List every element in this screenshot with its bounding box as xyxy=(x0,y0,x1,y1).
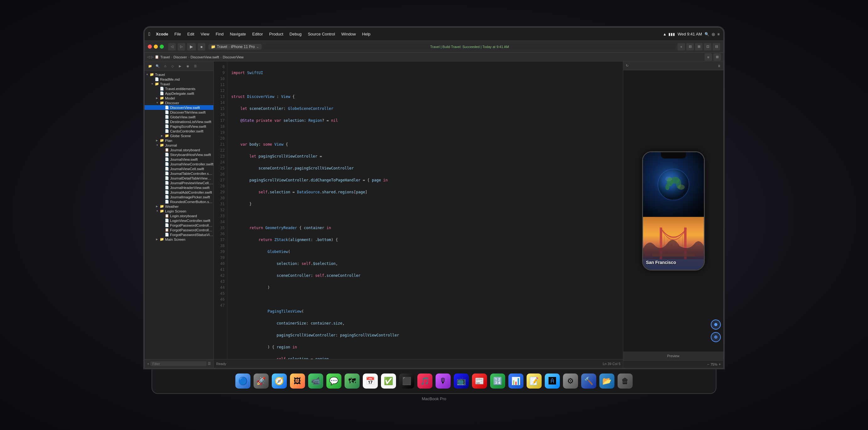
tree-model[interactable]: ▶ 📁 Model xyxy=(145,96,213,100)
dock-keynote[interactable]: 📊 xyxy=(508,373,523,389)
forward-button[interactable]: ▷ xyxy=(178,43,185,51)
code-content[interactable]: import SwiftUI struct DiscoverView : Vie… xyxy=(227,62,623,359)
editor-layout-btn-1[interactable]: ≡ xyxy=(705,53,712,61)
preview-pin-button[interactable] xyxy=(711,332,721,342)
breadcrumb-file[interactable]: DiscoverView.swift xyxy=(190,55,219,59)
preview-refresh[interactable]: ↻ xyxy=(626,64,628,68)
nav-tab-tests[interactable]: ◇ xyxy=(169,63,176,69)
nav-tab-issues[interactable]: ⚠ xyxy=(162,63,168,69)
tree-plan[interactable]: ▶ 📁 Plan xyxy=(145,138,213,143)
nav-tab-debug[interactable]: ▶ xyxy=(177,63,184,69)
menu-help[interactable]: Help xyxy=(360,31,373,37)
menu-window[interactable]: Window xyxy=(339,31,359,37)
tree-globescene[interactable]: ▶ 📁 Globe Scene xyxy=(145,133,213,138)
breadcrumb-symbol[interactable]: DiscoverView xyxy=(223,55,244,59)
search-icon[interactable]: 🔍 xyxy=(705,32,709,36)
dock-finder[interactable]: 🔵 xyxy=(235,373,250,389)
tree-weather[interactable]: ▶ 📁 Weather xyxy=(145,204,213,209)
dock-folder[interactable]: 📂 xyxy=(599,373,615,389)
menu-editor[interactable]: Editor xyxy=(250,31,266,37)
menu-find[interactable]: Find xyxy=(213,31,226,37)
tree-roundedcorner[interactable]: 📄 RoundedCornerButton.swift xyxy=(145,199,213,204)
preview-pause[interactable]: ⏸ xyxy=(717,64,721,68)
dock-tv[interactable]: 📺 xyxy=(454,373,469,389)
tree-travel[interactable]: ▼ 📁 Travel xyxy=(145,82,213,86)
control-center-icon[interactable]: ≡ xyxy=(717,32,719,36)
tree-journaladd[interactable]: 📄 JournalAddController.swift xyxy=(145,190,213,194)
tree-pagingscroll[interactable]: 📄 PagingScrollView.swift xyxy=(145,124,213,129)
breadcrumb-travel[interactable]: Travel xyxy=(160,55,170,59)
filter-input[interactable] xyxy=(150,361,207,366)
tree-mainscreen[interactable]: ▶ 📁 Main Screen xyxy=(145,237,213,242)
filter-options[interactable]: ☰ xyxy=(208,362,211,366)
tree-destinationslist[interactable]: 📄 DestinationsListView.swift xyxy=(145,119,213,124)
tree-globeview[interactable]: 📄 GlobeView.swift xyxy=(145,115,213,119)
dock-appstore[interactable]: 🅰 xyxy=(545,373,560,389)
dock-calendar[interactable]: 📅 xyxy=(363,373,378,389)
dock-news[interactable]: 📰 xyxy=(472,373,487,389)
tree-readme[interactable]: 📄 ReadMe.md xyxy=(145,77,213,82)
minimize-button[interactable] xyxy=(154,44,158,49)
tree-appdelegate[interactable]: 📄 AppDelegate.swift xyxy=(145,91,213,96)
dock-safari[interactable]: 🧭 xyxy=(272,373,287,389)
tree-storyboardhost[interactable]: 📄 StoryboardHostView.swift xyxy=(145,152,213,157)
menu-file[interactable]: File xyxy=(172,31,184,37)
layout-btn-1[interactable]: ⊟ xyxy=(686,43,694,51)
dock-reminders[interactable]: ✅ xyxy=(381,373,396,389)
tree-discover[interactable]: ▼ 📁 Discover xyxy=(145,100,213,105)
tree-journalcell[interactable]: 📄 JournalViewCell.swift xyxy=(145,166,213,171)
close-button[interactable] xyxy=(148,44,152,49)
back-button[interactable]: ◁ xyxy=(168,43,176,51)
tree-cardscontroller[interactable]: 📄 CardsController.swift xyxy=(145,129,213,133)
menu-xcode[interactable]: Xcode xyxy=(153,31,171,37)
tree-entitlements[interactable]: 📄 Travel.entitlements xyxy=(145,86,213,91)
nav-tab-breakpoints[interactable]: ◉ xyxy=(184,63,191,69)
tree-discoverview[interactable]: 📄 DiscoverView.swift xyxy=(145,105,213,110)
nav-next[interactable]: ▷ xyxy=(151,55,153,59)
menu-source-control[interactable]: Source Control xyxy=(305,31,338,37)
layout-btn-2[interactable]: ⊞ xyxy=(695,43,703,51)
menu-edit[interactable]: Edit xyxy=(185,31,197,37)
dock-trash[interactable]: 🗑 xyxy=(618,373,633,389)
run-button[interactable]: ▶ xyxy=(187,43,196,51)
tree-discovertileview[interactable]: 📄 DiscoverTileView.swift xyxy=(145,110,213,115)
zoom-out-button[interactable]: − xyxy=(707,362,709,367)
preview-live-button[interactable] xyxy=(711,319,721,330)
dock-messages[interactable]: 💬 xyxy=(327,373,341,389)
dock-maps[interactable]: 🗺 xyxy=(345,373,360,389)
apple-logo[interactable]:  xyxy=(149,31,150,37)
siri-icon[interactable]: ◎ xyxy=(712,32,715,36)
dock-music[interactable]: 🎵 xyxy=(417,373,432,389)
tree-login-storyboard[interactable]: 📋 Login.storyboard xyxy=(145,213,213,218)
dock-terminal[interactable]: ⬛ xyxy=(399,373,414,389)
tree-loginvc[interactable]: 📄 LoginViewController.swift xyxy=(145,218,213,223)
tree-journalview[interactable]: 📄 JournalView.swift xyxy=(145,157,213,162)
menu-debug[interactable]: Debug xyxy=(287,31,304,37)
dock-xcode[interactable]: 🔨 xyxy=(581,373,596,389)
dock-sysprefs[interactable]: ⚙ xyxy=(563,373,578,389)
tree-root[interactable]: ▼ 📁 Travel xyxy=(145,72,213,77)
tree-journaldetail[interactable]: 📄 JournalDetailTableViewCell.swift xyxy=(145,176,213,181)
dock-podcasts[interactable]: 🎙 xyxy=(436,373,451,389)
tree-journalheader[interactable]: 📄 JournalHeaderView.swift xyxy=(145,185,213,190)
dock-photos[interactable]: 🖼 xyxy=(290,373,305,389)
tree-journal-storyboard[interactable]: 📋 Journal.storyboard xyxy=(145,148,213,152)
dock-facetime[interactable]: 📹 xyxy=(308,373,323,389)
tree-journalvc[interactable]: 📄 JournalViewController.swift xyxy=(145,162,213,166)
tree-journalpreview[interactable]: 📄 JournalPreviewViewCell.swift xyxy=(145,181,213,185)
tree-forgotpw-xib[interactable]: 📋 ForgotPasswordController.xib xyxy=(145,227,213,232)
zoom-in-button[interactable]: + xyxy=(719,362,721,367)
tree-imagepicker[interactable]: 📄 JournalImagePicker.swift xyxy=(145,194,213,199)
tree-journal-folder[interactable]: ▼ 📁 Journal xyxy=(145,143,213,148)
maximize-button[interactable] xyxy=(160,44,164,49)
layout-btn-3[interactable]: ⊡ xyxy=(704,43,711,51)
breadcrumb-discover[interactable]: Discover xyxy=(174,55,187,59)
add-file-button[interactable]: + xyxy=(147,362,149,366)
stop-button[interactable]: ■ xyxy=(198,43,205,51)
menu-navigate[interactable]: Navigate xyxy=(227,31,248,37)
nav-tab-search[interactable]: 🔍 xyxy=(154,63,161,69)
menu-product[interactable]: Product xyxy=(267,31,286,37)
editor-layout-btn-2[interactable]: ⊞ xyxy=(713,53,721,61)
nav-tab-reports[interactable]: ☰ xyxy=(192,63,199,69)
dock-numbers[interactable]: 🔢 xyxy=(490,373,505,389)
